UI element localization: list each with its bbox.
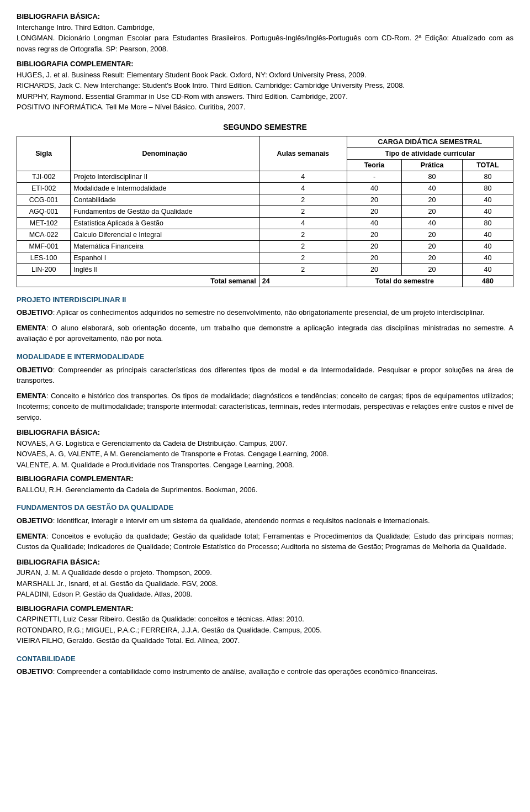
projeto-ii-ementa-text: : O aluno elaborará, sob orientação doce… (17, 324, 513, 343)
modalidade-bib-line-2: NOVAES, A. G, VALENTE, A M. Gerenciament… (17, 450, 328, 458)
gestao-objetivo: OBJETIVO: Identificar, interagir e inter… (17, 515, 513, 526)
bib-basica-1-content: BIBLIOGRAFIA BÁSICA: Interchange Intro. … (17, 11, 513, 54)
table-row: MCA-022 Calculo Diferencial e Integral 2… (17, 229, 513, 240)
cell-sigla: LES-100 (17, 252, 71, 263)
cell-denominacao: Inglês II (71, 263, 259, 275)
table-row: TJI-002 Projeto Interdisciplinar II 4 - … (17, 171, 513, 182)
table-row: CCG-001 Contabilidade 2 20 20 40 (17, 194, 513, 205)
cell-total: 80 (462, 217, 513, 229)
gestao-bib-line-3: PALADINI, Edson P. Gestão da Qualidade. … (17, 590, 192, 598)
cell-teoria: 20 (347, 205, 401, 217)
cell-pratica: 20 (402, 240, 463, 252)
modalidade-bib-line-3: VALENTE, A. M. Qualidade e Produtividade… (17, 461, 294, 469)
cell-aulas: 2 (259, 194, 347, 205)
col-tipo-title: Tipo de atividade curricular (347, 147, 513, 159)
bib-basica-1-line-2: LONGMAN. Dicionário Longman Escolar para… (17, 34, 513, 53)
contabilidade-objetivo: OBJETIVO: Compreender a contabilidade co… (17, 666, 513, 677)
col-aulas: Aulas semanais (259, 136, 347, 171)
total-row: Total semanal 24 Total do semestre 480 (17, 275, 513, 287)
gestao-qualidade-section: FUNDAMENTOS DA GESTÃO DA QUALIDADE OBJET… (17, 503, 513, 646)
segundo-semestre-section: SEGUNDO SEMESTRE Sigla Denominação Aulas… (17, 123, 513, 287)
modalidade-objetivo-label: OBJETIVO (17, 366, 53, 374)
projeto-ii-section: PROJETO INTERDISCIPLINAR II OBJETIVO: Ap… (17, 295, 513, 344)
cell-total: 80 (462, 182, 513, 194)
bib-complementar-1-line-4: POSITIVO INFORMÁTICA. Tell Me More – Nív… (17, 103, 245, 111)
segundo-semestre-title: SEGUNDO SEMESTRE (17, 123, 513, 131)
total-aulas: 24 (259, 275, 347, 287)
table-row: LIN-200 Inglês II 2 20 20 40 (17, 263, 513, 275)
cell-teoria: 20 (347, 263, 401, 275)
cell-total: 40 (462, 252, 513, 263)
cell-denominacao: Fundamentos de Gestão da Qualidade (71, 205, 259, 217)
modalidade-objetivo-text: : Compreender as principais característi… (17, 366, 513, 385)
cell-teoria: 20 (347, 240, 401, 252)
total-semestre-label: Total do semestre (347, 275, 462, 287)
gestao-bib-comp-title: BIBLIOGRAFIA COMPLEMENTAR: (17, 604, 134, 613)
cell-teoria: 20 (347, 229, 401, 240)
gestao-bib-complementar: BIBLIOGRAFIA COMPLEMENTAR: CARPINETTI, L… (17, 603, 513, 646)
table-row: LES-100 Espanhol I 2 20 20 40 (17, 252, 513, 263)
cell-pratica: 20 (402, 252, 463, 263)
cell-denominacao: Estatística Aplicada à Gestão (71, 217, 259, 229)
total-semanal-label: Total semanal (17, 275, 259, 287)
cell-total: 80 (462, 171, 513, 182)
cell-sigla: TJI-002 (17, 171, 71, 182)
modalidade-bib-line-1: NOVAES, A G. Logistica e Gerenciamento d… (17, 439, 288, 447)
cell-teoria: - (347, 171, 401, 182)
col-teoria: Teoria (347, 159, 401, 171)
cell-total: 40 (462, 240, 513, 252)
cell-pratica: 20 (402, 263, 463, 275)
table-row: ETI-002 Modalidade e Intermodalidade 4 4… (17, 182, 513, 194)
bib-basica-1: BIBLIOGRAFIA BÁSICA: Interchange Intro. … (17, 11, 513, 54)
projeto-ii-ementa: EMENTA: O aluno elaborará, sob orientaçã… (17, 323, 513, 344)
contabilidade-title: CONTABILIDADE (17, 654, 513, 665)
cell-teoria: 20 (347, 252, 401, 263)
gestao-bib-basica-title: BIBLIOGRAFIA BÁSICA: (17, 558, 100, 566)
cell-aulas: 2 (259, 240, 347, 252)
gestao-bib-comp-line-2: ROTONDARO, R.G.; MIGUEL, P.A.C.; FERREIR… (17, 626, 322, 634)
cell-total: 40 (462, 229, 513, 240)
projeto-ii-title: PROJETO INTERDISCIPLINAR II (17, 295, 513, 305)
cell-aulas: 2 (259, 205, 347, 217)
modalidade-bib-complementar: BIBLIOGRAFIA COMPLEMENTAR: BALLOU, R.H. … (17, 473, 513, 495)
cell-aulas: 2 (259, 229, 347, 240)
cell-denominacao: Contabilidade (71, 194, 259, 205)
cell-denominacao: Projeto Interdisciplinar II (71, 171, 259, 182)
modalidade-bib-comp-title: BIBLIOGRAFIA COMPLEMENTAR: (17, 474, 134, 483)
cell-sigla: AGQ-001 (17, 205, 71, 217)
cell-teoria: 40 (347, 217, 401, 229)
cell-aulas: 2 (259, 252, 347, 263)
col-carga-title: CARGA DIDÁTICA SEMESTRAL (347, 136, 513, 147)
bib-complementar-1-title: BIBLIOGRAFIA COMPLEMENTAR: (17, 60, 134, 68)
cell-aulas: 4 (259, 217, 347, 229)
cell-denominacao: Espanhol I (71, 252, 259, 263)
gestao-ementa-label: EMENTA (17, 532, 46, 540)
cell-teoria: 40 (347, 182, 401, 194)
cell-total: 40 (462, 205, 513, 217)
cell-pratica: 80 (402, 171, 463, 182)
col-denominacao: Denominação (71, 136, 259, 171)
cell-total: 40 (462, 263, 513, 275)
cell-pratica: 40 (402, 217, 463, 229)
table-row: MET-102 Estatística Aplicada à Gestão 4 … (17, 217, 513, 229)
cell-sigla: MET-102 (17, 217, 71, 229)
cell-denominacao: Calculo Diferencial e Integral (71, 229, 259, 240)
gestao-ementa-text: : Conceitos e evolução da qualidade; Ges… (17, 532, 513, 551)
col-total: TOTAL (462, 159, 513, 171)
cell-aulas: 2 (259, 263, 347, 275)
gestao-bib-basica: BIBLIOGRAFIA BÁSICA: JURAN, J. M. A Qual… (17, 557, 513, 600)
cell-pratica: 40 (402, 182, 463, 194)
modalidade-objetivo: OBJETIVO: Compreender as principais cara… (17, 365, 513, 386)
cell-sigla: CCG-001 (17, 194, 71, 205)
cell-denominacao: Modalidade e Intermodalidade (71, 182, 259, 194)
modalidade-ementa-label: EMENTA (17, 392, 46, 400)
contabilidade-objetivo-text: : Compreender a contabilidade como instr… (53, 667, 438, 676)
cell-pratica: 20 (402, 194, 463, 205)
modalidade-bib-basica-title: BIBLIOGRAFIA BÁSICA: (17, 428, 100, 436)
bib-complementar-1-line-3: MURPHY, Raymond. Essential Grammar in Us… (17, 92, 348, 101)
projeto-ii-objetivo-text: : Aplicar os conhecimentos adquiridos no… (53, 308, 485, 317)
modalidade-bib-comp-line-1: BALLOU, R.H. Gerenciamento da Cadeia de … (17, 486, 257, 494)
gestao-bib-line-2: MARSHALL Jr., Isnard, et al. Gestão da Q… (17, 579, 218, 588)
bib-complementar-1-line-1: HUGES, J. et al. Business Result: Elemen… (17, 71, 367, 79)
projeto-ii-objetivo-label: OBJETIVO (17, 308, 53, 317)
